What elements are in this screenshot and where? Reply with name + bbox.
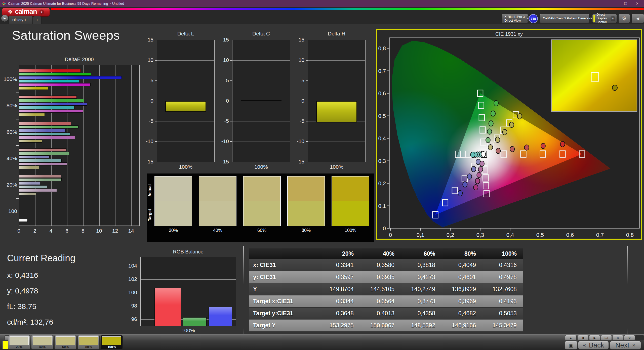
gridline [115, 65, 115, 226]
y-tick-label: 96 [125, 316, 137, 322]
y-tick-label: 104 [125, 263, 137, 269]
pattern-swatch-color [56, 336, 75, 345]
chevron-down-icon: ▼ [611, 16, 615, 21]
measured-point [473, 185, 478, 190]
deltae-bar [19, 122, 71, 125]
transport-up-button[interactable]: ▲ [565, 335, 577, 340]
table-corner [249, 248, 319, 259]
app-logo-icon [2, 1, 6, 6]
transport-refresh-button[interactable]: ↻ [624, 335, 635, 340]
y-tick [306, 40, 308, 40]
measured-point [541, 143, 545, 149]
stop-pattern-button[interactable]: ▣ [565, 341, 577, 349]
y-tick-label: 0 [216, 98, 229, 104]
transport-loop-infinite-button[interactable]: ∞ [612, 335, 623, 340]
y-tick [155, 162, 157, 162]
y-tick [306, 101, 308, 101]
display-control-label: Direct Display Control [596, 13, 609, 24]
table-cell-value: 0,3773 [401, 295, 442, 307]
gridline [131, 65, 132, 226]
cie-y-tick: 0 [383, 225, 386, 232]
cie-y-tick: 0,5 [378, 113, 386, 119]
swatch-percent-label: 80% [287, 228, 325, 233]
cie-x-tick: 0,6 [566, 232, 574, 238]
y-tick [230, 80, 232, 81]
reading-x: x: 0,4316 [7, 271, 38, 280]
deltae-bar [19, 103, 87, 106]
transport-pattern-window-button[interactable]: [‥] [601, 335, 612, 340]
history-expander-button[interactable]: ▶ [1, 15, 8, 22]
deltae-bar [19, 140, 42, 143]
deltae-bar [19, 87, 48, 90]
compare-swatch[interactable] [332, 176, 369, 226]
deltae-bar [19, 73, 91, 76]
deltae-bar [19, 182, 40, 185]
tab-history-1[interactable]: History 1 [9, 16, 33, 24]
deltae-bar [19, 159, 62, 162]
pattern-swatch-100[interactable]: 100% [101, 335, 123, 349]
next-button[interactable]: Next » [610, 341, 641, 349]
measured-point [480, 161, 484, 166]
data-table: 20%40%60%80%100%x: CIE310,33410,35800,38… [249, 248, 523, 331]
cie-y-tick: 0,7 [378, 68, 386, 74]
deltae-bar [19, 69, 81, 72]
source-dropdown[interactable]: CalMAN Client 3 Pattern Generator ▼ [540, 14, 589, 23]
calman-menu-button[interactable]: ❖ calman ▼ [2, 8, 50, 17]
restore-button[interactable]: ❐ [620, 0, 631, 7]
swatch-percent-label: 60% [243, 228, 281, 233]
transport-play-button[interactable]: ▶ [589, 335, 600, 340]
current-reading-title: Current Reading [7, 253, 75, 264]
table-cell-value: 136,8929 [442, 283, 482, 295]
pattern-swatch-color [102, 336, 121, 345]
measured-point [489, 121, 493, 126]
y-tick-label: 10 [141, 57, 153, 63]
table-cell-value: 0,4273 [401, 271, 442, 283]
table-cell-value: 0,4978 [482, 271, 523, 283]
play-icon: ▶ [593, 336, 596, 340]
compare-swatch[interactable] [199, 176, 236, 226]
table-cell-value: 0,4013 [360, 307, 401, 319]
gridline [141, 266, 236, 266]
transport-stop-button[interactable]: ■ [578, 335, 589, 340]
loop-infinite-icon: ∞ [617, 336, 619, 340]
compare-swatch[interactable] [154, 176, 192, 226]
settings-gear-button[interactable]: ⚙ [618, 14, 630, 23]
table-cell-value: 0,4601 [442, 271, 482, 283]
pattern-swatch-label: 100% [101, 345, 123, 349]
x-tick-label: 4 [46, 228, 56, 234]
pattern-swatch-label: 80% [78, 345, 99, 349]
collapse-panel-button[interactable]: ◀ [631, 14, 644, 23]
cie-1931-panel[interactable]: CIE 1931 xy 0 0,1 0,2 0,3 0,4 0,5 0,6 0,… [376, 29, 642, 240]
gridline [141, 279, 236, 280]
deltae-bar [19, 99, 84, 102]
deltae-bar [19, 129, 66, 132]
minimize-button[interactable]: — [608, 0, 620, 7]
pattern-swatch-60[interactable]: 60% [54, 335, 76, 349]
table-cell-value: 148,5392 [401, 319, 442, 331]
compare-swatch[interactable] [287, 176, 325, 226]
gridline [157, 81, 214, 81]
group-label: 20% [3, 182, 17, 188]
meter-dropdown[interactable]: X-Rite i1Pro 3 Direct View ▼ [501, 14, 528, 23]
reading-y: y: 0,4978 [7, 287, 38, 295]
y-tick [155, 101, 157, 101]
delta-chart-title: Delta C [232, 31, 290, 37]
tab-add-button[interactable]: + [33, 16, 42, 24]
table-cell-value: 144,5105 [360, 283, 401, 295]
deltae-bar [19, 166, 39, 169]
display-control-dropdown[interactable]: Direct Display Control ▼ [592, 14, 617, 23]
compare-swatch[interactable] [243, 176, 281, 226]
pattern-swatch-20[interactable]: 20% [8, 335, 30, 349]
y-tick-label: -15 [141, 159, 153, 165]
table-cell-value: 153,2975 [319, 319, 360, 331]
deltae-bar [19, 113, 45, 116]
pattern-swatch-80[interactable]: 80% [77, 335, 100, 349]
meter-count-badge[interactable]: 715 [529, 14, 538, 23]
y-tick-label: -10 [141, 138, 153, 144]
pattern-swatch-40[interactable]: 40% [31, 335, 53, 349]
delta-x-label: 100% [232, 164, 290, 170]
calman-logo-label: calman [15, 8, 37, 16]
back-button[interactable]: « Back [578, 341, 609, 349]
close-button[interactable]: ✕ [631, 0, 643, 7]
rgb-balance-x-label: 100% [140, 327, 236, 333]
